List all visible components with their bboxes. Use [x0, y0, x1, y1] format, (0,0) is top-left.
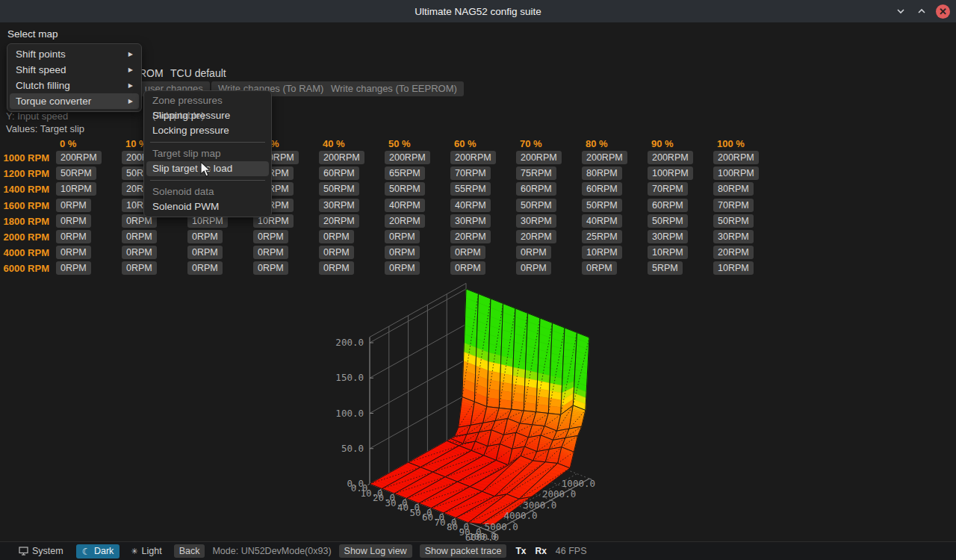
map-cell[interactable]: 80RPM — [713, 182, 754, 196]
maximize-icon[interactable] — [915, 4, 928, 18]
map-cell[interactable]: 0RPM — [187, 261, 223, 275]
map-cell[interactable]: 200RPM — [713, 151, 759, 164]
map-cell[interactable]: 0RPM — [319, 261, 354, 275]
map-cell[interactable]: 0RPM — [516, 246, 551, 259]
map-cell[interactable]: 10RPM — [56, 182, 96, 196]
light-theme-button[interactable]: ✳ Light — [131, 546, 161, 556]
map-cell[interactable]: 200RPM — [319, 151, 364, 164]
map-cell[interactable]: 25RPM — [582, 230, 622, 243]
map-cell[interactable]: 0RPM — [187, 246, 223, 259]
map-cell[interactable]: 0RPM — [187, 230, 223, 243]
dark-theme-button[interactable]: ☾ Dark — [76, 544, 120, 559]
map-cell[interactable]: 20RPM — [516, 230, 556, 243]
map-cell[interactable]: 80RPM — [582, 167, 622, 180]
map-cell[interactable]: 0RPM — [56, 199, 91, 212]
map-cell[interactable]: 30RPM — [648, 230, 688, 243]
show-log-view-button[interactable]: Show Log view — [339, 544, 412, 558]
map-cell[interactable]: 70RPM — [450, 167, 491, 180]
map-cell[interactable]: 0RPM — [385, 230, 420, 243]
col-header: 0 % — [60, 138, 76, 149]
map-cell[interactable]: 200RPM — [582, 151, 627, 164]
map-cell[interactable]: 50RPM — [385, 182, 425, 196]
tx-indicator: Tx — [515, 546, 526, 556]
minimize-icon[interactable] — [894, 4, 907, 18]
map-cell[interactable]: 200RPM — [516, 151, 562, 164]
submenu-item-slipping-pressure[interactable]: Slipping pressure — [146, 108, 269, 123]
map-cell[interactable]: 0RPM — [385, 246, 420, 259]
map-cell[interactable]: 60RPM — [516, 182, 556, 196]
map-cell[interactable]: 100RPM — [713, 167, 759, 180]
map-cell[interactable]: 200RPM — [385, 151, 430, 164]
select-map-menu[interactable]: Select map — [7, 28, 58, 40]
map-cell[interactable]: 0RPM — [319, 230, 354, 243]
map-cell[interactable]: 5RPM — [648, 261, 683, 275]
menu-item-torque-converter[interactable]: Torque converter▶ — [10, 93, 139, 109]
map-cell[interactable]: 50RPM — [319, 182, 359, 196]
y-axis-label: Y: Input speed — [6, 111, 68, 122]
map-cell[interactable]: 55RPM — [450, 182, 491, 196]
tab-tcu-default[interactable]: TCU default — [170, 67, 226, 79]
map-cell[interactable]: 0RPM — [516, 261, 551, 275]
map-cell[interactable]: 10RPM — [582, 246, 622, 259]
map-cell[interactable]: 40RPM — [450, 199, 491, 212]
map-cell[interactable]: 60RPM — [648, 199, 688, 212]
map-cell[interactable]: 70RPM — [648, 182, 688, 196]
map-cell[interactable]: 40RPM — [582, 214, 622, 228]
map-cell[interactable]: 20RPM — [450, 230, 491, 243]
map-cell[interactable]: 30RPM — [713, 230, 754, 243]
menu-item-shift-speed[interactable]: Shift speed▶ — [10, 62, 139, 78]
map-cell[interactable]: 10RPM — [713, 261, 754, 275]
map-cell[interactable]: 50RPM — [648, 214, 688, 228]
map-cell[interactable]: 50RPM — [516, 199, 556, 212]
map-cell[interactable]: 60RPM — [582, 182, 622, 196]
map-cell[interactable]: 60RPM — [319, 167, 359, 180]
map-cell[interactable]: 30RPM — [450, 214, 491, 228]
map-cell[interactable]: 20RPM — [713, 246, 754, 259]
map-cell[interactable]: 100RPM — [648, 167, 693, 180]
system-theme-button[interactable]: System — [19, 546, 63, 556]
write-changes-eeprom-button[interactable]: Write changes (To EEPROM) — [324, 81, 464, 96]
map-cell[interactable]: 50RPM — [582, 199, 622, 212]
row-header: 1800 RPM — [0, 216, 49, 227]
back-button[interactable]: Back — [174, 544, 205, 558]
row-header: 4000 RPM — [0, 247, 49, 258]
map-cell[interactable]: 200RPM — [56, 151, 102, 164]
map-cell[interactable]: 0RPM — [319, 246, 354, 259]
submenu-item-solenoid-pwm[interactable]: Solenoid PWM — [146, 199, 269, 214]
map-cell[interactable]: 65RPM — [385, 167, 425, 180]
close-icon[interactable]: ✕ — [936, 4, 950, 19]
map-cell[interactable]: 20RPM — [385, 214, 425, 228]
map-cell[interactable]: 0RPM — [56, 246, 91, 259]
map-cell[interactable]: 0RPM — [56, 214, 91, 228]
map-cell[interactable]: 0RPM — [56, 230, 91, 243]
map-cell[interactable]: 50RPM — [56, 167, 96, 180]
map-cell[interactable]: 50RPM — [713, 214, 754, 228]
map-cell[interactable]: 200RPM — [648, 151, 693, 164]
menu-item-clutch-filling[interactable]: Clutch filling▶ — [10, 78, 139, 93]
menu-item-shift-points[interactable]: Shift points▶ — [10, 46, 139, 62]
map-cell[interactable]: 75RPM — [516, 167, 556, 180]
map-cell[interactable]: 10RPM — [648, 246, 688, 259]
map-cell[interactable]: 0RPM — [253, 230, 288, 243]
map-cell[interactable]: 0RPM — [122, 261, 157, 275]
map-cell[interactable]: 0RPM — [122, 246, 157, 259]
map-cell[interactable]: 40RPM — [385, 199, 425, 212]
map-cell[interactable]: 0RPM — [385, 261, 420, 275]
map-cell[interactable]: 0RPM — [253, 246, 288, 259]
map-cell[interactable]: 0RPM — [253, 261, 288, 275]
map-cell[interactable]: 0RPM — [450, 246, 485, 259]
moon-icon: ☾ — [82, 546, 90, 557]
map-cell[interactable]: 30RPM — [516, 214, 556, 228]
map-cell[interactable]: 0RPM — [450, 261, 485, 275]
map-cell[interactable]: 0RPM — [582, 261, 617, 275]
map-cell[interactable]: 0RPM — [122, 230, 157, 243]
row-header: 1200 RPM — [0, 168, 49, 179]
submenu-item-locking-pressure[interactable]: Locking pressure — [146, 123, 269, 138]
map-cell[interactable]: 200RPM — [450, 151, 496, 164]
map-cell[interactable]: 20RPM — [319, 214, 359, 228]
map-cell[interactable]: 70RPM — [713, 199, 754, 212]
map-cell[interactable]: 0RPM — [56, 261, 91, 275]
map-cell[interactable]: 30RPM — [319, 199, 359, 212]
show-packet-trace-button[interactable]: Show packet trace — [420, 544, 507, 558]
dark-theme-label: Dark — [94, 546, 114, 556]
